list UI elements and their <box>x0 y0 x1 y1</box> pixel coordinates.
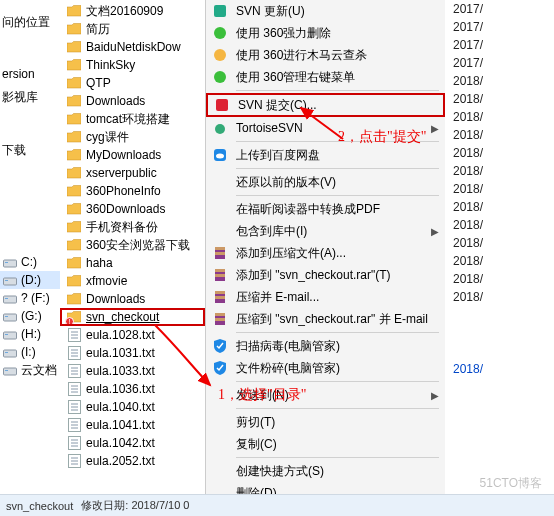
drive-icon <box>2 308 18 324</box>
blank-icon <box>210 435 230 453</box>
menu-label: 在福昕阅读器中转换成PDF <box>236 201 439 218</box>
date-cell <box>445 308 554 326</box>
menu-item[interactable]: 包含到库中(I)▶ <box>206 220 445 242</box>
menu-item[interactable]: 添加到 "svn_checkout.rar"(T) <box>206 264 445 286</box>
menu-item[interactable]: 创建快捷方式(S) <box>206 460 445 482</box>
date-cell: 2018/ <box>445 110 554 128</box>
file-row[interactable]: tomcat环境搭建 <box>60 110 205 128</box>
folder-icon <box>66 201 82 217</box>
menu-item[interactable]: 文件粉碎(电脑管家) <box>206 357 445 379</box>
text-file-icon <box>66 363 82 379</box>
file-row[interactable]: eula.1041.txt <box>60 416 205 434</box>
file-row[interactable]: ThinkSky <box>60 56 205 74</box>
svg-rect-12 <box>4 368 17 375</box>
menu-label: SVN 提交(C)... <box>238 97 437 114</box>
menu-item[interactable]: SVN 提交(C)... <box>206 93 445 117</box>
folder-icon <box>66 219 82 235</box>
file-row[interactable]: 360安全浏览器下载 <box>60 236 205 254</box>
menu-item[interactable]: 发送到(N)▶ <box>206 384 445 406</box>
tree-item[interactable]: ersion <box>0 63 60 85</box>
drive-item[interactable]: (H:) <box>0 325 60 343</box>
blank-icon <box>210 462 230 480</box>
file-row[interactable]: QTP <box>60 74 205 92</box>
rar-icon <box>210 310 230 328</box>
menu-separator <box>236 408 439 409</box>
file-label: xserverpublic <box>86 166 157 180</box>
menu-item[interactable]: SVN 更新(U) <box>206 0 445 22</box>
drive-item[interactable]: (D:) <box>0 271 60 289</box>
menu-label: 使用 360强力删除 <box>236 25 439 42</box>
tree-item[interactable]: 下载 <box>0 138 60 163</box>
cloud-icon <box>210 146 230 164</box>
menu-label: 剪切(T) <box>236 414 439 431</box>
menu-item[interactable]: 使用 360管理右键菜单 <box>206 66 445 88</box>
file-row[interactable]: 简历 <box>60 20 205 38</box>
file-row[interactable]: xserverpublic <box>60 164 205 182</box>
menu-item[interactable]: 使用 360进行木马云查杀 <box>206 44 445 66</box>
file-label: 360Downloads <box>86 202 165 216</box>
tree-item[interactable]: 影视库 <box>0 85 60 110</box>
file-row-selected[interactable]: !svn_checkout <box>60 308 205 326</box>
drive-item[interactable]: 云文档 <box>0 361 60 379</box>
file-label: 手机资料备份 <box>86 219 158 236</box>
file-row[interactable]: eula.1028.txt <box>60 326 205 344</box>
file-row[interactable]: eula.2052.txt <box>60 452 205 470</box>
file-row[interactable]: cyg课件 <box>60 128 205 146</box>
file-row[interactable]: BaiduNetdiskDow <box>60 38 205 56</box>
drive-item[interactable]: (I:) <box>0 343 60 361</box>
file-row[interactable]: eula.1042.txt <box>60 434 205 452</box>
file-label: eula.1031.txt <box>86 346 155 360</box>
menu-item[interactable]: 上传到百度网盘 <box>206 144 445 166</box>
file-row[interactable]: MyDownloads <box>60 146 205 164</box>
menu-label: 使用 360管理右键菜单 <box>236 69 439 86</box>
svg-rect-64 <box>215 313 225 316</box>
file-label: tomcat环境搭建 <box>86 111 170 128</box>
menu-item[interactable]: 还原以前的版本(V) <box>206 171 445 193</box>
menu-item[interactable]: 使用 360强力删除 <box>206 22 445 44</box>
svg-rect-46 <box>214 5 226 17</box>
file-row[interactable]: eula.1031.txt <box>60 344 205 362</box>
blank-icon <box>210 222 230 240</box>
menu-label: 复制(C) <box>236 436 439 453</box>
ghost-icon <box>210 46 230 64</box>
menu-item[interactable]: 剪切(T) <box>206 411 445 433</box>
drive-item[interactable]: C:) <box>0 253 60 271</box>
shield-blue-icon <box>210 359 230 377</box>
tree-item[interactable]: 问的位置 <box>0 10 60 35</box>
file-row[interactable]: eula.1033.txt <box>60 362 205 380</box>
folder-icon <box>66 93 82 109</box>
menu-item[interactable]: 添加到压缩文件(A)... <box>206 242 445 264</box>
svg-rect-8 <box>4 332 17 339</box>
file-row[interactable]: 文档20160909 <box>60 2 205 20</box>
date-cell: 2018/ <box>445 182 554 200</box>
svn-green-icon <box>210 2 230 20</box>
file-row[interactable]: xfmovie <box>60 272 205 290</box>
folder-icon <box>66 273 82 289</box>
submenu-arrow-icon: ▶ <box>431 388 439 402</box>
menu-item[interactable]: 压缩到 "svn_checkout.rar" 并 E-mail <box>206 308 445 330</box>
file-label: 360PhoneInfo <box>86 184 161 198</box>
file-row[interactable]: Downloads <box>60 290 205 308</box>
svg-point-53 <box>216 154 224 159</box>
svg-rect-55 <box>215 247 225 250</box>
file-label: svn_checkout <box>86 310 159 324</box>
file-row[interactable]: 手机资料备份 <box>60 218 205 236</box>
svg-rect-2 <box>4 278 17 285</box>
menu-label: 压缩到 "svn_checkout.rar" 并 E-mail <box>236 311 439 328</box>
file-row[interactable]: eula.1040.txt <box>60 398 205 416</box>
svg-rect-5 <box>5 298 8 299</box>
menu-item[interactable]: 压缩并 E-mail... <box>206 286 445 308</box>
file-row[interactable]: eula.1036.txt <box>60 380 205 398</box>
menu-item[interactable]: 复制(C) <box>206 433 445 455</box>
menu-item[interactable]: 在福昕阅读器中转换成PDF <box>206 198 445 220</box>
drive-item[interactable]: (G:) <box>0 307 60 325</box>
drive-item[interactable]: ? (F:) <box>0 289 60 307</box>
drive-icon <box>2 254 18 270</box>
menu-item[interactable]: 扫描病毒(电脑管家) <box>206 335 445 357</box>
svg-rect-3 <box>5 280 8 281</box>
file-row[interactable]: Downloads <box>60 92 205 110</box>
file-row[interactable]: 360PhoneInfo <box>60 182 205 200</box>
menu-item[interactable]: TortoiseSVN▶ <box>206 117 445 139</box>
file-row[interactable]: haha <box>60 254 205 272</box>
file-row[interactable]: 360Downloads <box>60 200 205 218</box>
